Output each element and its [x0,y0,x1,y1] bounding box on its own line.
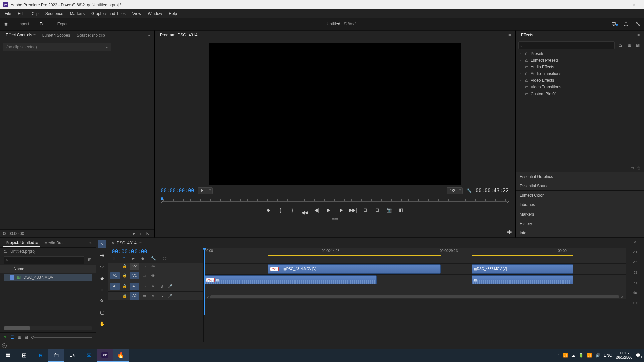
edge-button[interactable]: e [32,349,48,362]
step-back-button[interactable]: ◀| [314,207,320,213]
solo-icon[interactable]: S [158,294,165,298]
start-button[interactable] [0,349,16,362]
lock-icon[interactable]: 🔒 [121,294,128,298]
add-marker-icon[interactable]: ◆ [141,256,145,261]
track-v1-header[interactable]: V1 🔒 V1 ▭ 👁 [108,270,203,281]
menu-view[interactable]: View [129,10,145,17]
panel-libraries[interactable]: Libraries [516,200,644,209]
task-view-button[interactable]: ⊞ [16,349,32,362]
mute-icon[interactable]: M [149,294,157,298]
cc-icon[interactable]: cc [162,256,167,261]
eye-icon[interactable]: 👁 [149,274,157,278]
sequence-name[interactable]: DSC_4314 [117,241,137,245]
mute-icon[interactable]: M [149,284,157,288]
network-icon[interactable]: 📶 [587,353,592,358]
menu-sequence[interactable]: Sequence [42,10,67,17]
bin-lumetri[interactable]: ›🗀Lumetri Presets [516,57,644,64]
premiere-button[interactable]: Pr [97,349,113,362]
workspace-edit[interactable]: Edit [34,19,52,29]
tray-chevron-icon[interactable]: ^ [557,353,559,358]
home-button[interactable] [0,22,12,26]
explorer-button[interactable]: 🗀 [48,349,64,362]
program-video[interactable] [209,43,461,185]
timeline-timecode[interactable]: 00:00:00:00 [112,248,147,255]
track-select-tool[interactable]: ⇥ [98,251,106,259]
notifications-button[interactable]: 💬4 [636,353,641,358]
clip-a1-1[interactable]: 7:20 ▦ [204,275,377,284]
track-a1[interactable]: 7:20 ▦ ▦ [204,275,626,285]
wrench-icon[interactable]: 🔧 [467,188,472,193]
project-overflow[interactable]: » [88,241,93,245]
voiceover-icon[interactable]: 🎤 [167,294,174,298]
out-point-button[interactable]: } [289,207,296,213]
tab-source[interactable]: Source: (no clip [74,32,107,39]
play-button[interactable]: ▶ [326,207,332,213]
maximize-button[interactable]: ☐ [612,0,627,9]
menu-window[interactable]: Window [145,10,166,17]
track-v1[interactable]: 7:20 ▦ DSC_4314.MOV [V] ▦ DSC_4337.MOV [… [204,264,626,275]
cc-icon[interactable]: ∞ [2,343,7,348]
share-button[interactable] [620,22,632,26]
freeform-view-icon[interactable]: ⊞ [24,335,28,340]
close-button[interactable]: ✕ [627,0,641,9]
menu-markers[interactable]: Markers [67,10,88,17]
effects-menu[interactable]: ≡ [636,33,641,38]
track-v2[interactable] [204,256,626,264]
clip-v1-2[interactable]: ▦ DSC_4337.MOV [V] [472,264,573,274]
effects-search-input[interactable] [518,41,615,49]
panel-info[interactable]: Info [516,228,644,237]
new-bin-icon[interactable]: 🗀 [617,42,624,49]
compare-button[interactable]: ◧ [398,207,404,213]
mail-button[interactable]: ✉ [80,349,97,362]
tab-effect-controls[interactable]: Effect Controls ≡ [3,31,38,39]
zoom-fit-dropdown[interactable]: Fit [198,187,212,194]
filter-icon[interactable]: ▼ [130,231,138,236]
panel-lumetri-color[interactable]: Lumetri Color [516,190,644,200]
tab-media-browser[interactable]: Media Bro [42,239,65,247]
button-editor[interactable]: ▭▭ [332,216,338,222]
column-name[interactable]: Name [0,265,96,273]
wifi-icon[interactable]: 📶 [563,353,568,358]
clip-v1-1[interactable]: 7:20 ▦ DSC_4314.MOV [V] [268,264,441,274]
minimize-button[interactable]: ─ [597,0,612,9]
ripple-edit-tool[interactable]: ⇹ [98,263,106,271]
program-menu[interactable]: ≡ [507,33,512,38]
icon-view-icon[interactable]: ▦ [17,335,21,340]
export-frame-button[interactable]: 📷 [386,207,392,213]
tab-project[interactable]: Project: Untitled ≡ [3,239,40,247]
onedrive-icon[interactable]: ☁ [571,353,575,358]
bin-presets[interactable]: ›🗀Presets [516,50,644,57]
program-tc-in[interactable]: 00:00:00:00 [161,188,194,194]
tab-effects[interactable]: Effects [518,31,536,39]
rectangle-tool[interactable]: ▢ [98,308,106,316]
panel-history[interactable]: History [516,219,644,228]
panel-essential-sound[interactable]: Essential Sound [516,181,644,190]
selection-tool[interactable]: ↖ [98,240,106,248]
language-indicator[interactable]: ENG [604,353,612,358]
add-button[interactable]: ✚ [507,229,512,235]
close-sequence[interactable]: × [112,241,114,245]
quick-export-button[interactable] [608,22,620,26]
clock[interactable]: 11:15 26/1/2566 [616,351,632,360]
play-icon[interactable]: ▸ [138,231,144,236]
new-folder-icon[interactable]: 🗀 [630,166,634,170]
step-forward-button[interactable]: |▶ [338,207,344,213]
delete-icon[interactable]: 🗑 [637,166,641,170]
track-a2-header[interactable]: 🔒 A2 ▭ M S 🎤 [108,292,203,300]
ec-timecode[interactable]: 00:00:00:00 [3,231,130,236]
project-hscroll[interactable] [4,326,92,330]
bin-video-trans[interactable]: ›🗀Video Transitions [516,84,644,90]
pen-tool[interactable]: ✎ [98,297,106,305]
menu-clip[interactable]: Clip [28,10,42,17]
linked-selection-icon[interactable]: ⊂ [122,256,126,261]
tab-lumetri-scopes[interactable]: Lumetri Scopes [40,32,73,39]
marker-button[interactable]: ◆ [265,207,271,213]
timeline-ruler[interactable]: :00:00 00:00:14:23 00:00:29:23 00:00: [204,248,626,256]
lock-icon[interactable]: 🔒 [121,273,128,278]
menu-edit[interactable]: Edit [14,10,28,17]
zoom-slider[interactable] [31,337,92,338]
panel-overflow[interactable]: » [146,33,151,38]
toggle-output-icon[interactable]: ▭ [141,264,148,268]
battery-icon[interactable]: 🔋 [579,353,584,358]
project-search-input[interactable] [4,256,84,264]
